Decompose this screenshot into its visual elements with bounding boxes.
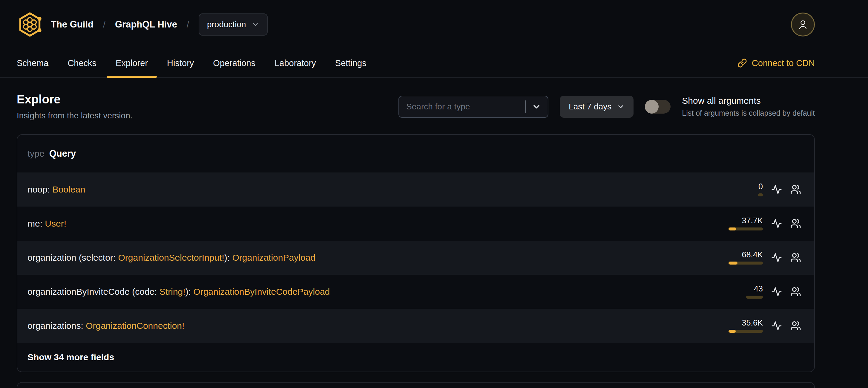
project-nav: Schema Checks Explorer History Operation… — [0, 49, 868, 78]
type-kind-label: type — [28, 149, 44, 159]
field-text: ): — [224, 252, 232, 263]
tab-schema[interactable]: Schema — [8, 49, 57, 77]
tab-history[interactable]: History — [158, 49, 203, 77]
show-more-fields-button[interactable]: Show 34 more fields — [17, 343, 814, 371]
breadcrumb-org[interactable]: The Guild — [51, 19, 93, 30]
field-row: organization (selector: OrganizationSele… — [17, 241, 814, 275]
search-divider — [525, 100, 526, 113]
field-signature: noop: Boolean — [28, 184, 723, 195]
tab-label: Settings — [335, 58, 367, 68]
next-type-card-stub — [17, 382, 815, 388]
field-row: organizations: OrganizationConnection! 3… — [17, 309, 814, 343]
tab-settings[interactable]: Settings — [326, 49, 375, 77]
field-metric: 43 — [723, 285, 763, 299]
type-search-combobox — [399, 96, 549, 118]
field-signature: me: User! — [28, 218, 723, 229]
tab-label: Operations — [213, 58, 255, 68]
field-request-count: 43 — [754, 285, 763, 293]
toggle-knob — [645, 100, 659, 114]
search-input[interactable] — [406, 101, 523, 112]
field-usage-bar — [728, 262, 763, 265]
tab-explorer[interactable]: Explorer — [106, 49, 157, 77]
period-selector-button[interactable]: Last 7 days — [560, 96, 633, 118]
fields-list: noop: Boolean 0 me: User! 37.7K — [17, 173, 814, 343]
field-signature: organizations: OrganizationConnection! — [28, 321, 723, 331]
user-avatar-button[interactable] — [791, 12, 815, 36]
field-usage-bar-fill — [728, 262, 738, 265]
activity-icon[interactable] — [771, 287, 782, 297]
type-link[interactable]: String! — [159, 287, 185, 297]
field-row: organizationByInviteCode (code: String!)… — [17, 275, 814, 309]
type-link[interactable]: OrganizationSelectorInput! — [118, 252, 224, 263]
field-row: noop: Boolean 0 — [17, 173, 814, 207]
period-selector-value: Last 7 days — [569, 102, 612, 112]
tab-checks[interactable]: Checks — [59, 49, 105, 77]
tab-operations[interactable]: Operations — [204, 49, 265, 77]
hive-logo-icon[interactable] — [17, 11, 43, 38]
activity-icon[interactable] — [771, 184, 782, 195]
type-link[interactable]: OrganizationByInviteCodePayload — [193, 287, 330, 297]
explore-header-section: Explore Insights from the latest version… — [17, 93, 815, 120]
users-icon[interactable] — [790, 184, 801, 195]
chevron-down-icon — [617, 103, 625, 111]
target-selector-button[interactable]: production — [198, 13, 268, 36]
activity-icon[interactable] — [771, 252, 782, 263]
users-icon[interactable] — [790, 252, 801, 263]
type-link[interactable]: User! — [45, 218, 66, 228]
activity-icon[interactable] — [771, 321, 782, 331]
type-card-query: type Query noop: Boolean 0 me: User! 37.… — [17, 134, 815, 372]
page-subtitle: Insights from the latest version. — [17, 111, 133, 120]
breadcrumb-separator: / — [103, 20, 105, 30]
field-metric: 0 — [723, 183, 763, 197]
field-usage-bar-fill — [728, 228, 736, 231]
user-icon — [797, 18, 809, 31]
field-metric: 37.7K — [723, 217, 763, 231]
tab-label: Checks — [67, 58, 96, 68]
type-name: Query — [49, 148, 76, 159]
tab-laboratory[interactable]: Laboratory — [266, 49, 325, 77]
field-request-count: 37.7K — [742, 217, 763, 225]
field-text: me: — [28, 218, 45, 228]
field-text: noop: — [28, 184, 52, 194]
field-text: organizationByInviteCode (code: — [28, 287, 159, 297]
type-link[interactable]: OrganizationPayload — [232, 252, 315, 263]
field-signature: organizationByInviteCode (code: String!)… — [28, 287, 723, 297]
nav-tabs: Schema Checks Explorer History Operation… — [8, 49, 377, 77]
field-usage-bar — [758, 193, 763, 197]
tab-label: Schema — [17, 58, 49, 68]
type-link[interactable]: Boolean — [52, 184, 85, 194]
show-all-arguments-toggle[interactable] — [645, 100, 671, 114]
field-metric: 35.6K — [723, 319, 763, 333]
field-text: organizations: — [28, 321, 86, 331]
chevron-down-icon — [251, 21, 259, 28]
top-bar: The Guild / GraphQL Hive / production — [0, 0, 868, 49]
breadcrumb-separator: / — [187, 20, 189, 30]
field-text: ): — [185, 287, 193, 297]
field-text: organization (selector: — [28, 252, 118, 263]
type-link[interactable]: OrganizationConnection! — [86, 321, 184, 331]
link-icon — [738, 58, 747, 68]
search-dropdown-button[interactable] — [530, 101, 542, 113]
toggle-label: Show all arguments — [682, 96, 815, 106]
field-metric: 68.4K — [723, 251, 763, 265]
activity-icon[interactable] — [771, 218, 782, 229]
users-icon[interactable] — [790, 321, 801, 331]
tab-label: History — [167, 58, 194, 68]
field-signature: organization (selector: OrganizationSele… — [28, 252, 723, 263]
breadcrumb-project[interactable]: GraphQL Hive — [115, 19, 177, 30]
users-icon[interactable] — [790, 287, 801, 297]
explore-controls: Last 7 days Show all arguments List of a… — [399, 96, 815, 118]
breadcrumb: The Guild / GraphQL Hive / production — [17, 11, 268, 38]
field-usage-bar — [728, 228, 763, 231]
chevron-down-icon — [532, 102, 541, 112]
field-row: me: User! 37.7K — [17, 207, 814, 241]
connect-to-cdn-button[interactable]: Connect to CDN — [738, 49, 815, 77]
tab-label: Laboratory — [275, 58, 316, 68]
field-request-count: 35.6K — [742, 319, 763, 327]
users-icon[interactable] — [790, 218, 801, 229]
field-usage-bar — [746, 296, 763, 299]
target-selector-value: production — [207, 20, 246, 29]
field-request-count: 68.4K — [742, 251, 763, 259]
field-request-count: 0 — [758, 183, 763, 191]
page-title: Explore — [17, 93, 133, 106]
